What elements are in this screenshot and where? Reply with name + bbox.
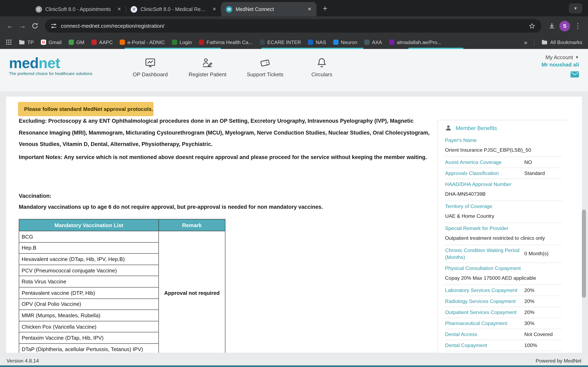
bookmark-item[interactable]: Login	[172, 39, 192, 45]
register-patient-icon	[201, 56, 214, 69]
benefit-label[interactable]: HAAD/DHA Approval Number	[445, 181, 524, 188]
benefit-row: Physical Consultation Copayment	[445, 263, 562, 274]
reload-button[interactable]	[29, 20, 41, 32]
tab-title: ClinicSoft 8.0 - Appointments	[45, 6, 112, 12]
bookmark-item[interactable]: ECARE INTER	[259, 39, 301, 45]
vaccination-note: Mandatory vaccinations up to age 6 do no…	[19, 204, 323, 210]
vaccine-cell: MMR (Mumps, Measles, Rubella)	[19, 310, 159, 321]
bookmark-favicon	[333, 40, 338, 45]
browser-tab[interactable]: VClinicSoft 8.0 - Medical Reco...×	[126, 2, 221, 16]
benefit-label[interactable]: Territory of Coverage	[445, 203, 524, 210]
member-benefits-rows: Payer's NameOrient Insurance PJSC_EBP(LS…	[445, 135, 562, 351]
tab-list-button[interactable]: ▼	[569, 3, 582, 13]
all-bookmarks-button[interactable]: All Bookmarks	[542, 39, 582, 45]
benefit-row: Outpatient Services Copayment20%	[445, 307, 562, 318]
benefit-row: Chronic Condition Waiting Period (Months…	[445, 245, 562, 263]
address-bar[interactable]: connect-mednet.com/reception/registratio…	[45, 19, 541, 33]
tab-close-icon[interactable]: ×	[306, 6, 313, 13]
benefit-value: 20%	[524, 309, 562, 316]
excluding-line: Excluding: Proctoscopy & any ENT Ophthal…	[19, 115, 439, 127]
tab-close-icon[interactable]: ×	[116, 6, 123, 13]
benefit-label[interactable]: Dental Copayment	[445, 342, 524, 349]
my-account-menu[interactable]: My Account ▼	[545, 54, 579, 60]
bookmark-item[interactable]: MGmail	[41, 39, 61, 45]
benefit-row: Payer's Name	[445, 135, 562, 146]
bookmark-label: Gmail	[48, 39, 61, 45]
vaccine-cell: Rota Virus Vaccine	[19, 276, 159, 287]
bookmark-item[interactable]: GM	[69, 39, 85, 45]
bookmark-items: TPMGmailGMAAPCe-Portal - ADNICLoginFathi…	[19, 39, 441, 45]
apps-grid-icon[interactable]	[6, 39, 12, 45]
benefit-value-row: DHA-MN540739B	[445, 190, 562, 201]
nav-item-register-patient[interactable]: Register Patient	[189, 56, 226, 77]
messages-button[interactable]	[571, 71, 579, 77]
my-account-label: My Account	[545, 54, 573, 60]
browser-window: CClinicSoft 8.0 - Appointments×VClinicSo…	[0, 0, 588, 367]
main-navigation: OP DashboardRegister PatientSupport Tick…	[132, 49, 340, 77]
browser-menu-button[interactable]: ⋮	[572, 20, 584, 32]
bookmark-item[interactable]: Fathima Health Ca...	[199, 39, 253, 45]
benefit-label[interactable]: Radiology Services Copayment	[445, 298, 524, 305]
bookmark-item[interactable]: NAS	[308, 39, 326, 45]
benefit-label[interactable]: Pharmaceutical Copayment	[445, 320, 524, 327]
excluding-line: Venous Studies, Vitamin D, Dental, Alter…	[19, 139, 439, 150]
bookmark-label: ECARE INTER	[267, 39, 301, 45]
bookmark-item[interactable]: almadallah.ae/Pro...	[389, 39, 441, 45]
url-text[interactable]: connect-mednet.com/reception/registratio…	[61, 23, 522, 29]
bookmark-item[interactable]: AXA	[364, 39, 382, 45]
bookmark-star-button[interactable]	[526, 20, 538, 32]
benefit-value: 20%	[524, 298, 562, 305]
nav-item-circulars[interactable]: Circulars	[304, 56, 340, 77]
benefit-row: Territory of Coverage	[445, 201, 562, 212]
benefit-label[interactable]: Physical Consultation Copayment	[445, 265, 524, 272]
approval-protocol-banner: Please follow standard MedNet approval p…	[18, 102, 154, 116]
benefit-label[interactable]: Approvals Classification	[445, 170, 524, 177]
bookmark-item[interactable]: TP	[19, 39, 34, 45]
back-button[interactable]: ←	[4, 20, 16, 32]
tab-favicon: M	[226, 6, 232, 12]
benefit-row: Dental Copayment100%	[445, 340, 562, 351]
benefit-label[interactable]: Assist America Coverage	[445, 159, 524, 166]
benefit-label[interactable]: Payer's Name	[445, 137, 524, 144]
bookmark-label: NAS	[316, 39, 326, 45]
tab-bar: CClinicSoft 8.0 - Appointments×VClinicSo…	[0, 0, 588, 16]
circulars-icon	[316, 56, 328, 69]
person-icon	[445, 125, 452, 131]
bookmark-item[interactable]: e-Portal - ADNIC	[120, 39, 165, 45]
vaccine-cell: PCV (Pneumococcal conjugate Vaccine)	[19, 265, 159, 276]
downloads-button[interactable]	[545, 20, 558, 32]
profile-avatar[interactable]: S	[559, 21, 570, 31]
bookmarks-overflow-button[interactable]: »	[524, 39, 527, 46]
tab-group-underline	[408, 48, 463, 49]
benefit-label[interactable]: Special Remark for Provider	[445, 225, 524, 232]
mednet-logo[interactable]: mednet The preferred choice for healthca…	[9, 49, 104, 76]
bookmark-favicon	[199, 40, 204, 45]
benefit-label[interactable]: Laboratory Services Copayment	[445, 287, 524, 294]
powered-by-label: Powered by MedNet	[536, 358, 581, 364]
folder-icon	[19, 40, 25, 45]
benefit-label[interactable]: Outpatient Services Copayment	[445, 309, 524, 316]
nav-label: Circulars	[311, 71, 332, 77]
new-tab-button[interactable]: +	[319, 2, 331, 15]
nav-item-op-dashboard[interactable]: OP Dashboard	[132, 56, 168, 77]
bookmark-item[interactable]: AAPC	[91, 39, 113, 45]
site-settings-icon[interactable]	[51, 23, 57, 29]
tab-title: ClinicSoft 8.0 - Medical Reco...	[140, 6, 208, 12]
member-benefits-title: Member Benefits	[445, 120, 562, 135]
benefit-label[interactable]: Dental Access	[445, 331, 524, 338]
bookmark-item[interactable]: Neuron	[333, 39, 357, 45]
all-bookmarks-label: All Bookmarks	[550, 39, 582, 45]
benefit-value: 20%	[524, 287, 562, 294]
browser-tab[interactable]: CClinicSoft 8.0 - Appointments×	[31, 2, 126, 16]
nav-item-support-tickets[interactable]: Support Tickets	[247, 56, 283, 77]
tab-title: MedNet Connect	[236, 6, 303, 12]
benefit-row: Radiology Services Copayment20%	[445, 296, 562, 307]
page-scrollbar-thumb[interactable]	[582, 210, 586, 298]
benefit-label[interactable]: Chronic Condition Waiting Period (Months…	[445, 247, 524, 261]
user-name: Mr noushad ali	[542, 62, 579, 68]
tab-close-icon[interactable]: ×	[211, 6, 218, 13]
browser-tab[interactable]: MMedNet Connect×	[221, 2, 316, 16]
bookmark-favicon	[389, 40, 394, 45]
benefit-row: Approvals ClassificationStandard	[445, 168, 562, 179]
forward-button[interactable]: →	[16, 20, 29, 32]
